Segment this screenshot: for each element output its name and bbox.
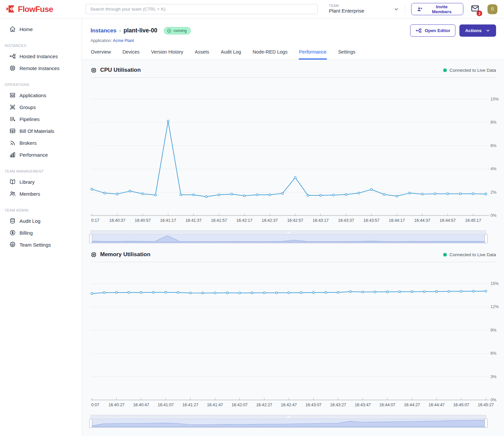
sidebar-item-label: Performance [19, 152, 48, 158]
svg-text:16:44:47: 16:44:47 [429, 403, 445, 407]
cpu-live-status-label: Connected to Live Data [449, 68, 496, 73]
live-dot-icon [443, 253, 447, 257]
tab-overview[interactable]: Overview [91, 49, 111, 59]
application-line: Application: Acme Plant [91, 38, 496, 43]
team-name: Plant Enterprise [329, 8, 364, 14]
svg-text:16:43:07: 16:43:07 [305, 403, 322, 407]
memory-zoom-track[interactable] [91, 419, 486, 428]
user-plus-icon [417, 6, 423, 12]
sidebar-item-audit-log[interactable]: Audit Log [0, 215, 82, 227]
search-input[interactable] [86, 4, 318, 14]
sidebar-item-label: Members [19, 191, 40, 197]
team-selector[interactable]: TEAM: Plant Enterprise [329, 4, 399, 14]
application-link[interactable]: Acme Plant [113, 38, 134, 43]
svg-text:15%: 15% [490, 281, 499, 286]
svg-text:16:40:27: 16:40:27 [108, 403, 125, 407]
svg-text:0:07: 0:07 [91, 403, 99, 407]
tab-settings[interactable]: Settings [338, 49, 356, 59]
grip-icon [287, 231, 290, 234]
svg-text:16:44:37: 16:44:37 [414, 218, 430, 223]
svg-text:16:42:07: 16:42:07 [232, 403, 248, 407]
sidebar-item-members[interactable]: Members [0, 188, 82, 200]
top-header: FlowFuse TEAM: Plant Enterprise Invite [0, 0, 504, 19]
svg-text:0:17: 0:17 [91, 218, 99, 223]
sidebar-item-label: Brokers [19, 140, 37, 146]
cpu-zoom-right-handle[interactable] [485, 234, 487, 243]
tab-performance[interactable]: Performance [299, 49, 327, 59]
memory-section-title-text: Memory Utilisation [100, 251, 150, 258]
applications-icon [9, 92, 16, 99]
invite-members-button[interactable]: Invite Members [411, 3, 463, 15]
svg-text:8%: 8% [490, 120, 496, 125]
avatar[interactable]: fl [487, 4, 497, 14]
svg-text:16:40:57: 16:40:57 [135, 218, 151, 223]
tab-assets[interactable]: Assets [195, 49, 210, 59]
app-root: FlowFuse TEAM: Plant Enterprise Invite [0, 0, 504, 436]
cpu-zoom-grip[interactable] [91, 230, 486, 234]
actions-button[interactable]: Actions [459, 24, 496, 37]
svg-text:16:42:57: 16:42:57 [287, 218, 303, 223]
sidebar-item-home[interactable]: Home [0, 23, 82, 35]
cpu-zoom-track[interactable] [91, 234, 486, 243]
sidebar-item-bill-of-materials[interactable]: Bill Of Materials [0, 125, 82, 137]
sidebar-item-team-settings[interactable]: Team Settings [0, 239, 82, 251]
sidebar-item-remote-instances[interactable]: Remote Instances [0, 62, 82, 74]
sidebar-item-pipelines[interactable]: Pipelines [0, 113, 82, 125]
tab-audit-log[interactable]: Audit Log [220, 49, 241, 59]
svg-text:16:42:37: 16:42:37 [262, 218, 278, 223]
sidebar-item-label: Pipelines [19, 116, 40, 122]
members-icon [9, 190, 16, 197]
grip-icon [287, 416, 290, 418]
svg-text:9%: 9% [490, 328, 496, 333]
invite-members-label: Invite Members [426, 4, 458, 14]
svg-text:16:41:37: 16:41:37 [185, 218, 202, 223]
tab-version-history[interactable]: Version History [151, 49, 184, 59]
svg-text:0%: 0% [490, 213, 496, 218]
sidebar-item-library[interactable]: Library [0, 176, 82, 188]
cpu-chip-icon [91, 67, 97, 73]
topbar-right: TEAM: Plant Enterprise Invite Members [318, 3, 497, 15]
svg-text:10%: 10% [490, 97, 499, 101]
brand-logo[interactable]: FlowFuse [0, 5, 81, 14]
breadcrumb-separator-icon [116, 28, 123, 34]
hosted-instances-icon [9, 53, 16, 59]
sidebar-item-billing[interactable]: Billing [0, 227, 82, 239]
cpu-section: CPU Utilisation Connected to Live Data 2… [91, 60, 496, 243]
notifications-button[interactable]: 2 [471, 4, 480, 14]
team-settings-icon [9, 241, 16, 248]
svg-text:16:44:17: 16:44:17 [389, 218, 405, 223]
breadcrumb-instances-link[interactable]: Instances [91, 27, 116, 34]
sidebar-item-performance[interactable]: Performance [0, 149, 82, 161]
sidebar-item-brokers[interactable]: Brokers [0, 137, 82, 149]
bill-of-materials-icon [9, 128, 16, 134]
memory-chip-icon [91, 252, 97, 258]
svg-text:16:44:27: 16:44:27 [404, 403, 420, 407]
sidebar-item-hosted-instances[interactable]: Hosted Instances [0, 50, 82, 62]
svg-text:16:43:27: 16:43:27 [330, 403, 346, 407]
memory-zoom-right-handle[interactable] [485, 418, 487, 428]
sidebar-item-applications[interactable]: Applications [0, 89, 82, 101]
svg-text:16:41:17: 16:41:17 [160, 218, 176, 223]
tab-node-red-logs[interactable]: Node-RED Logs [252, 49, 288, 59]
memory-zoom-grip[interactable] [91, 415, 486, 419]
memory-zoom-left-handle[interactable] [89, 418, 92, 428]
memory-zoom-minichart [91, 419, 486, 427]
svg-text:2%: 2% [490, 190, 496, 195]
svg-text:6%: 6% [490, 143, 496, 148]
actions-label: Actions [465, 28, 482, 33]
sidebar-item-groups[interactable]: Groups [0, 101, 82, 113]
cpu-zoom-left-handle[interactable] [89, 234, 92, 243]
svg-text:16:44:57: 16:44:57 [440, 218, 456, 223]
memory-utilisation-chart: 3%6%9%12%15%0%0:0716:40:2716:40:4716:41:… [91, 262, 496, 408]
sidebar-item-label: Library [19, 179, 35, 185]
live-dot-icon [443, 68, 447, 72]
flowfuse-logo-icon [6, 5, 15, 14]
tab-devices[interactable]: Devices [122, 49, 140, 59]
memory-chart-zoom-slider[interactable] [91, 415, 486, 428]
main-content: Instances plant-live-00 running Open Edi… [82, 19, 504, 436]
open-editor-button[interactable]: Open Editor [410, 24, 455, 37]
cpu-chart-zoom-slider[interactable] [91, 230, 486, 243]
sidebar-section-instances: INSTANCES [0, 35, 82, 50]
status-badge: running [164, 27, 191, 34]
cpu-live-status: Connected to Live Data [443, 68, 496, 73]
